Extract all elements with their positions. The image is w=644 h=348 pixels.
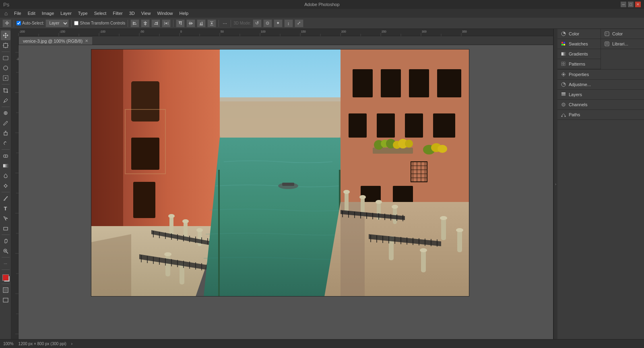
paths-panel-header[interactable]: Paths [557, 110, 644, 119]
svg-rect-38 [4, 227, 8, 230]
learn-panel-label: Color [612, 31, 623, 36]
svg-rect-0 [133, 22, 134, 25]
right-collapse-button[interactable]: › [553, 29, 557, 339]
swatches-panel-icon [561, 41, 566, 47]
document-tab-close-button[interactable]: ✕ [85, 39, 88, 43]
path-selection-button[interactable] [1, 214, 10, 223]
menu-select[interactable]: Select [91, 10, 109, 16]
align-middle-v-button[interactable] [186, 19, 195, 27]
color-panel-header[interactable]: Color [557, 29, 601, 39]
status-arrow-button[interactable]: › [71, 342, 72, 346]
svg-point-207 [561, 116, 563, 117]
menu-window[interactable]: Window [154, 10, 175, 16]
align-center-h-button[interactable] [141, 19, 150, 27]
3d-scale-button[interactable]: ⤢ [295, 19, 303, 27]
auto-select-mode-select[interactable]: Layer Group [45, 19, 69, 27]
canvas-area: -200 -150 -100 -50 0 50 100 150 [11, 29, 553, 339]
crop-tool-button[interactable] [1, 86, 10, 95]
eyedropper-tool-button[interactable] [1, 96, 10, 105]
quick-mask-button[interactable] [1, 285, 10, 295]
menu-image[interactable]: Image [39, 10, 57, 16]
zoom-tool-button[interactable] [1, 246, 10, 256]
hand-tool-button[interactable] [1, 236, 10, 246]
menu-view[interactable]: View [138, 10, 154, 16]
foreground-color-swatch[interactable] [2, 274, 9, 281]
menu-type[interactable]: Type [75, 10, 91, 16]
auto-select-checkbox[interactable] [17, 21, 21, 25]
3d-pan-button[interactable]: ✦ [274, 19, 283, 27]
brush-tool-button[interactable] [1, 118, 10, 128]
3d-rotate-button[interactable]: ↺ [253, 19, 262, 27]
svg-rect-141 [409, 69, 429, 97]
3d-orbit-button[interactable]: ⊙ [263, 19, 272, 27]
dodge-tool-button[interactable] [1, 181, 10, 191]
svg-rect-10 [168, 22, 168, 25]
options-separator-5 [219, 20, 219, 27]
3d-slide-button[interactable]: ↕ [284, 19, 293, 27]
channels-panel-header[interactable]: Channels [557, 100, 644, 109]
lasso-tool-button[interactable] [1, 63, 10, 73]
toolbar-separator-4 [2, 149, 10, 150]
align-bottom-button[interactable] [197, 19, 206, 27]
layers-icon [561, 92, 566, 97]
panels-container: Color Swatches [557, 29, 644, 339]
magic-wand-button[interactable] [1, 73, 10, 83]
svg-text:-100: -100 [100, 30, 105, 33]
gradient-tool-button[interactable] [1, 161, 10, 171]
extra-tools-button[interactable]: ··· [1, 259, 10, 268]
svg-text:100: 100 [261, 30, 266, 33]
patterns-panel-header[interactable]: Patterns [557, 59, 601, 69]
more-options-button[interactable]: ··· [221, 20, 228, 26]
menu-edit[interactable]: Edit [25, 10, 38, 16]
libraries-panel-header[interactable]: Librari... [601, 39, 644, 49]
menu-file[interactable]: File [11, 10, 24, 16]
svg-rect-186 [564, 62, 565, 64]
properties-panel-header[interactable]: Properties [557, 70, 644, 79]
menu-layer[interactable]: Layer [58, 10, 74, 16]
svg-rect-19 [200, 23, 201, 25]
shape-tool-button[interactable] [1, 224, 10, 233]
learn-panel-group: ? Color Librari... [601, 29, 644, 69]
svg-text:300: 300 [422, 30, 427, 33]
gradients-panel-header[interactable]: Gradients [557, 49, 601, 59]
document-tab[interactable]: venice-3.jpg @ 100% (RGB/8) ✕ [19, 37, 93, 45]
align-top-button[interactable] [176, 19, 185, 27]
learn-panel-header[interactable]: ? Color [601, 29, 644, 39]
distribute-v-button[interactable] [207, 19, 216, 27]
distribute-h-button[interactable] [162, 19, 171, 27]
auto-select-text: Auto-Select: [22, 21, 44, 25]
align-left-button[interactable] [130, 19, 139, 27]
align-right-button[interactable] [151, 19, 160, 27]
layers-panel-header[interactable]: Layers [557, 90, 644, 99]
healing-brush-button[interactable] [1, 108, 10, 118]
status-bar: 100% 1200 px × 800 px (300 ppi) › [0, 339, 644, 348]
menu-help[interactable]: Help [177, 10, 192, 16]
menu-filter[interactable]: Filter [110, 10, 125, 16]
show-transform-checkbox[interactable] [74, 21, 78, 25]
svg-text:250: 250 [382, 30, 386, 33]
ps-home-button[interactable]: ⌂ [2, 9, 10, 18]
eraser-tool-button[interactable] [1, 151, 10, 161]
maximize-button[interactable]: □ [628, 2, 634, 7]
adjustments-panel-header[interactable]: Adjustme... [557, 80, 644, 89]
svg-rect-45 [3, 298, 8, 302]
close-button[interactable]: ✕ [635, 2, 641, 7]
type-tool-button[interactable]: T [1, 204, 10, 213]
move-tool-options-icon[interactable]: ✛ [2, 19, 11, 27]
svg-rect-11 [165, 23, 167, 24]
color-swatches[interactable] [1, 273, 10, 282]
artboard-tool-button[interactable] [1, 41, 10, 50]
screen-mode-button[interactable] [1, 295, 10, 305]
title-bar-left: Ps [3, 2, 9, 8]
toolbar-separator-3 [2, 107, 10, 107]
blur-tool-button[interactable] [1, 171, 10, 181]
rectangular-marquee-button[interactable] [1, 53, 10, 63]
clone-stamp-button[interactable] [1, 128, 10, 138]
pen-tool-button[interactable] [1, 194, 10, 203]
move-tool-button[interactable] [1, 31, 10, 40]
swatches-panel-header[interactable]: Swatches [557, 39, 601, 49]
menu-3d[interactable]: 3D [126, 10, 138, 16]
minimize-button[interactable]: ─ [621, 2, 626, 7]
history-brush-button[interactable] [1, 138, 10, 148]
canvas-content [19, 45, 553, 339]
